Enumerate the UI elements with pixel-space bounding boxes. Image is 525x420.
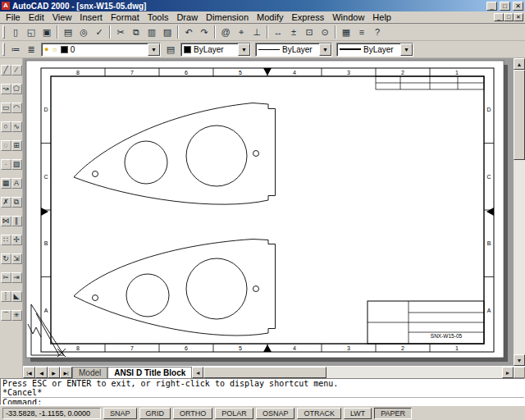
- spline-tool[interactable]: ∿: [11, 121, 22, 132]
- minimize-button[interactable]: _: [486, 2, 497, 11]
- menu-dimension[interactable]: Dimension: [202, 11, 253, 23]
- vertical-scroll-thumb[interactable]: [514, 70, 525, 160]
- menu-draw[interactable]: Draw: [172, 11, 202, 23]
- tab-first-button[interactable]: |◀: [23, 367, 35, 378]
- break-tool[interactable]: ┊: [1, 291, 11, 302]
- hatch-tool[interactable]: ▨: [11, 159, 22, 170]
- layer-combo-dropdown[interactable]: ▼: [148, 43, 160, 56]
- layer-states-button[interactable]: ▤: [163, 42, 178, 57]
- horizontal-scroll-thumb[interactable]: [203, 367, 326, 378]
- rotate-tool[interactable]: ↻: [1, 253, 11, 264]
- print-button[interactable]: ▤: [61, 25, 75, 39]
- menu-window[interactable]: Window: [328, 11, 368, 23]
- paste-button[interactable]: ▥: [144, 25, 159, 39]
- tab-prev-button[interactable]: ◀: [35, 367, 48, 378]
- polygon-tool[interactable]: ⬠: [11, 84, 22, 94]
- color-combo[interactable]: ByLayer ▼: [180, 43, 251, 57]
- linetype-combo-dropdown[interactable]: ▼: [319, 43, 331, 56]
- construction-line-tool[interactable]: ∕: [11, 65, 22, 75]
- menu-view[interactable]: View: [48, 11, 76, 23]
- scroll-down-icon[interactable]: ▼: [514, 354, 525, 366]
- open-button[interactable]: ◱: [24, 25, 39, 39]
- fillet-tool[interactable]: ⌒: [1, 310, 11, 321]
- horizontal-scroll-track[interactable]: [326, 367, 502, 378]
- coordinate-readout[interactable]: -33.5828, -1.1155, 0.0000: [2, 408, 101, 419]
- save-button[interactable]: ▣: [39, 25, 54, 39]
- menu-edit[interactable]: Edit: [25, 11, 48, 23]
- line-tool[interactable]: ╱: [1, 65, 11, 75]
- tab-model[interactable]: Model: [72, 367, 107, 378]
- cut-button[interactable]: ✂: [113, 25, 128, 39]
- drawing-canvas[interactable]: 8 7 6 5 4 3 2 1 8 7 6 5 4: [23, 58, 514, 366]
- extend-tool[interactable]: ⇥: [11, 272, 22, 283]
- toolbar-grip[interactable]: [2, 25, 5, 39]
- document-restore-button[interactable]: □: [504, 13, 514, 21]
- autocad-app-icon[interactable]: A: [2, 2, 10, 10]
- make-object-layer-current-button[interactable]: ≔: [8, 42, 23, 57]
- polyline-tool[interactable]: ↝: [1, 84, 11, 94]
- command-window[interactable]: Press ESC or ENTER to exit, or right-cli…: [0, 378, 525, 405]
- zoom-realtime-button[interactable]: ±: [286, 25, 301, 39]
- drawing-viewport[interactable]: 8 7 6 5 4 3 2 1 8 7 6 5 4: [23, 58, 514, 366]
- redo-button[interactable]: ↷: [197, 25, 212, 39]
- print-preview-button[interactable]: ◎: [76, 25, 91, 39]
- new-button[interactable]: ▯: [8, 25, 23, 39]
- erase-tool[interactable]: ✗: [1, 197, 11, 208]
- help-button[interactable]: ?: [370, 25, 385, 39]
- lineweight-combo-dropdown[interactable]: ▼: [400, 43, 413, 56]
- designcenter-button[interactable]: ▦: [339, 25, 354, 39]
- arc-tool[interactable]: ◠: [11, 103, 22, 113]
- otrack-toggle[interactable]: OTRACK: [297, 408, 341, 419]
- insert-block-tool[interactable]: ⊞: [11, 140, 22, 151]
- restore-button[interactable]: □: [500, 2, 510, 11]
- match-properties-button[interactable]: ▨: [160, 25, 175, 39]
- insert-hyperlink-button[interactable]: @: [218, 25, 233, 39]
- offset-tool[interactable]: ∥: [11, 216, 22, 226]
- copy-object-tool[interactable]: ⧉: [11, 197, 22, 208]
- polar-toggle[interactable]: POLAR: [215, 408, 253, 419]
- tab-ansi-d-title-block[interactable]: ANSI D Title Block: [107, 367, 192, 378]
- pan-realtime-button[interactable]: ↔: [271, 25, 285, 39]
- color-combo-dropdown[interactable]: ▼: [238, 43, 250, 56]
- circle-tool[interactable]: ○: [1, 121, 11, 132]
- lwt-toggle[interactable]: LWT: [344, 408, 372, 419]
- linetype-combo[interactable]: ByLayer ▼: [255, 43, 332, 57]
- mirror-tool[interactable]: ⋈: [1, 216, 11, 226]
- rectangle-tool[interactable]: ▭: [1, 103, 11, 113]
- close-button[interactable]: ✕: [513, 2, 523, 11]
- menu-file[interactable]: File: [2, 11, 25, 23]
- undo-button[interactable]: ↶: [181, 25, 196, 39]
- scroll-right-icon[interactable]: ►: [502, 367, 514, 378]
- menu-format[interactable]: Format: [107, 11, 144, 23]
- explode-tool[interactable]: ✳: [11, 310, 22, 321]
- lineweight-combo[interactable]: ByLayer ▼: [336, 43, 413, 57]
- snap-toggle[interactable]: SNAP: [103, 408, 137, 419]
- point-tool[interactable]: ∙: [1, 159, 11, 170]
- spelling-button[interactable]: ✓: [92, 25, 107, 39]
- menu-modify[interactable]: Modify: [253, 11, 287, 23]
- trim-tool[interactable]: ✂: [1, 272, 11, 283]
- zoom-window-button[interactable]: ⊡: [302, 25, 317, 39]
- scale-tool[interactable]: ⇲: [11, 253, 22, 264]
- scroll-up-icon[interactable]: ▲: [514, 58, 525, 70]
- tab-next-button[interactable]: ▶: [48, 367, 60, 378]
- multiline-text-tool[interactable]: A: [11, 178, 22, 189]
- document-minimize-button[interactable]: _: [494, 13, 504, 21]
- command-prompt[interactable]: Command:: [2, 397, 524, 405]
- layers-button[interactable]: ≣: [24, 42, 39, 57]
- toolbar-grip[interactable]: [2, 43, 5, 56]
- chamfer-tool[interactable]: ◣: [11, 291, 22, 302]
- paper-model-toggle[interactable]: PAPER: [374, 408, 412, 419]
- document-close-button[interactable]: ✕: [514, 13, 523, 21]
- grid-toggle[interactable]: GRID: [139, 408, 171, 419]
- array-tool[interactable]: ∷: [1, 235, 11, 245]
- temporary-tracking-button[interactable]: ⌖: [234, 25, 249, 39]
- horizontal-scrollbar[interactable]: ◄ ►: [192, 367, 514, 378]
- osnap-toggle[interactable]: OSNAP: [256, 408, 295, 419]
- ucs-button[interactable]: ⊥: [249, 25, 264, 39]
- menu-insert[interactable]: Insert: [75, 11, 107, 23]
- properties-button[interactable]: ≡: [354, 25, 369, 39]
- zoom-previous-button[interactable]: ⊙: [317, 25, 332, 39]
- move-tool[interactable]: ✢: [11, 235, 22, 245]
- region-tool[interactable]: ▦: [1, 178, 11, 189]
